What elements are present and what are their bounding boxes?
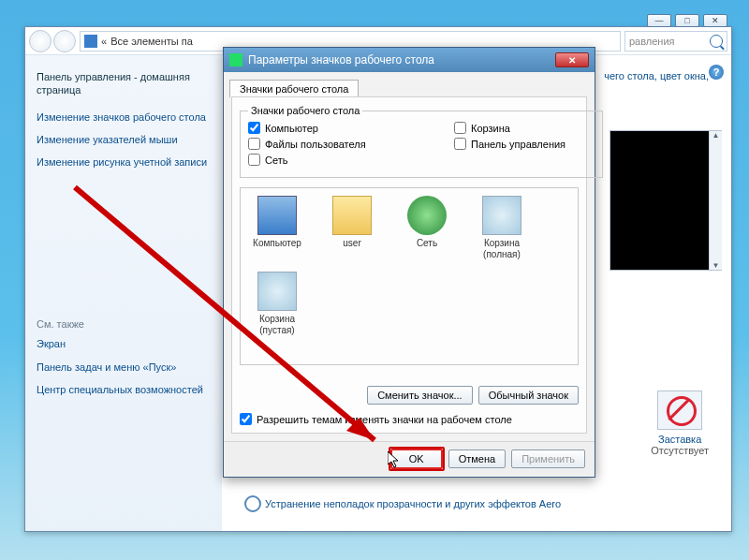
see-also-taskbar[interactable]: Панель задач и меню «Пуск»: [37, 361, 211, 374]
screensaver-label: Заставка: [658, 434, 701, 445]
sidebar-link-icons[interactable]: Изменение значков рабочего стола: [37, 111, 211, 124]
search-icon: [710, 35, 723, 48]
see-also-heading: См. также: [37, 318, 211, 330]
breadcrumb-text: Все элементы па: [110, 36, 193, 47]
preview-scrollbar[interactable]: ▲▼: [709, 131, 722, 270]
screensaver-status: Отсутствует: [651, 445, 709, 456]
window-caption-buttons: — □ ✕: [25, 12, 731, 29]
preview-panel: ▲▼: [609, 130, 722, 271]
icon-computer[interactable]: Компьютер: [248, 196, 306, 260]
dialog-close-button[interactable]: ✕: [555, 52, 589, 67]
back-button[interactable]: [29, 30, 51, 52]
sidebar-link-pointers[interactable]: Изменение указателей мыши: [37, 133, 211, 146]
no-screensaver-icon: [657, 391, 702, 430]
recycle-full-icon: [482, 196, 521, 235]
user-folder-icon: [332, 196, 372, 235]
check-computer[interactable]: Компьютер: [248, 122, 389, 134]
desktop-icons-group: Значки рабочего стола Компьютер Корзина …: [240, 105, 603, 178]
tab-desktop-icons[interactable]: Значки рабочего стола: [229, 80, 359, 97]
search-placeholder: равления: [625, 36, 710, 47]
dialog-titlebar[interactable]: Параметры значков рабочего стола ✕: [224, 48, 595, 72]
sidebar-link-account-picture[interactable]: Изменение рисунка учетной записи: [37, 155, 211, 169]
check-network[interactable]: Сеть: [248, 154, 389, 166]
forward-button[interactable]: [53, 30, 76, 52]
sidebar-home-link[interactable]: Панель управления - домашняя страница: [37, 70, 211, 97]
close-button[interactable]: ✕: [703, 14, 727, 27]
allow-themes-checkbox[interactable]: Разрешить темам изменять значки на рабоч…: [240, 413, 512, 425]
maximize-button[interactable]: □: [675, 14, 699, 27]
main-hint-text: чего стола, цвет окна,: [604, 70, 709, 81]
nav-arrows: [29, 30, 76, 52]
svg-marker-2: [388, 451, 398, 467]
personalization-icon: [84, 35, 97, 48]
desktop-icon-settings-dialog: Параметры значков рабочего стола ✕ Значк…: [223, 47, 595, 478]
icon-recycle-empty[interactable]: Корзина (пустая): [248, 272, 306, 336]
dialog-footer: OK Отмена Применить: [224, 441, 595, 475]
minimize-button[interactable]: —: [647, 14, 671, 27]
check-recycle-bin[interactable]: Корзина: [454, 122, 595, 134]
mouse-cursor-icon: [388, 451, 399, 468]
aero-troubleshoot-link[interactable]: Устранение неполадок прозрачности и друг…: [244, 495, 561, 512]
recycle-empty-icon: [257, 272, 297, 311]
network-icon: [407, 196, 447, 235]
icon-recycle-full[interactable]: Корзина (полная): [473, 196, 531, 260]
icon-preview-list[interactable]: Компьютер user Сеть Корзина (полная) Кор…: [240, 187, 579, 365]
icon-network[interactable]: Сеть: [398, 196, 456, 260]
screensaver-tile[interactable]: Заставка Отсутствует: [651, 391, 709, 456]
search-box[interactable]: равления: [624, 31, 727, 52]
dialog-body: Значки рабочего стола Компьютер Корзина …: [231, 96, 587, 434]
cancel-button[interactable]: Отмена: [448, 449, 506, 468]
check-control-panel[interactable]: Панель управления: [454, 138, 595, 150]
icon-user[interactable]: user: [323, 196, 381, 260]
dialog-title-text: Параметры значков рабочего стола: [248, 53, 434, 66]
breadcrumb-prefix: «: [101, 36, 107, 47]
check-user-files[interactable]: Файлы пользователя: [248, 138, 389, 150]
sidebar: Панель управления - домашняя страница Из…: [25, 55, 222, 531]
apply-button[interactable]: Применить: [511, 449, 585, 468]
change-icon-button[interactable]: Сменить значок...: [367, 386, 473, 405]
dialog-icon: [229, 53, 242, 66]
computer-icon: [257, 196, 297, 235]
default-icon-button[interactable]: Обычный значок: [478, 386, 579, 405]
see-also-display[interactable]: Экран: [37, 337, 211, 350]
see-also-accessibility[interactable]: Центр специальных возможностей: [37, 383, 211, 396]
dialog-tabs: Значки рабочего стола: [224, 72, 595, 96]
group-legend: Значки рабочего стола: [248, 105, 362, 116]
